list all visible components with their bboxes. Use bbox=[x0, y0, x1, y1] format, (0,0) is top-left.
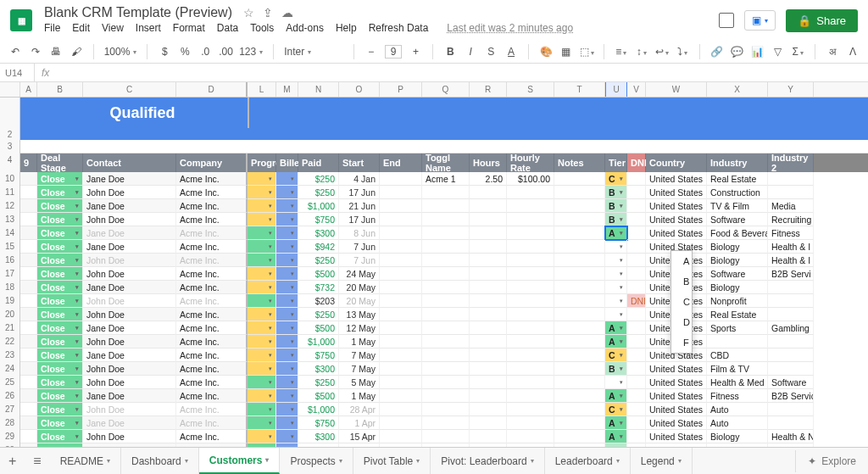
contact-cell[interactable]: John Doe bbox=[83, 294, 176, 308]
menu-refresh-data[interactable]: Refresh Data bbox=[369, 22, 429, 34]
progress-cell[interactable] bbox=[248, 308, 276, 321]
paid-cell[interactable]: $500 bbox=[298, 267, 339, 281]
paid-cell[interactable]: $500 bbox=[298, 321, 339, 335]
company-cell[interactable]: Acme Inc. bbox=[176, 186, 248, 199]
tier-cell[interactable]: A bbox=[605, 416, 627, 430]
functions-icon[interactable]: Σ bbox=[791, 46, 804, 58]
undo-icon[interactable]: ↶ bbox=[8, 46, 22, 58]
hours-cell[interactable] bbox=[470, 376, 507, 389]
industry2-cell[interactable]: Media bbox=[768, 199, 814, 213]
deal-stage-cell[interactable]: Close bbox=[37, 430, 83, 443]
toggl-cell[interactable] bbox=[422, 376, 470, 389]
rate-cell[interactable] bbox=[507, 226, 554, 240]
hours-cell[interactable] bbox=[470, 240, 507, 254]
progress-cell[interactable] bbox=[248, 349, 276, 362]
paid-cell[interactable]: $500 bbox=[298, 389, 339, 403]
industry-cell[interactable]: Biology bbox=[707, 430, 768, 443]
currency-icon[interactable]: $ bbox=[158, 46, 171, 58]
start-cell[interactable]: 5 May bbox=[339, 376, 380, 389]
progress-cell[interactable] bbox=[248, 294, 276, 308]
col-header-C[interactable]: C bbox=[83, 82, 176, 97]
deal-stage-cell[interactable]: Close bbox=[37, 389, 83, 403]
italic-icon[interactable]: I bbox=[464, 46, 477, 58]
chart-icon[interactable]: 📊 bbox=[751, 46, 765, 58]
menu-help[interactable]: Help bbox=[336, 22, 357, 34]
deal-stage-cell[interactable]: Close bbox=[37, 335, 83, 349]
industry-cell[interactable]: Auto bbox=[707, 416, 768, 430]
industry-cell[interactable]: Biology bbox=[707, 254, 768, 267]
percent-icon[interactable]: % bbox=[178, 46, 192, 58]
industry2-cell[interactable]: Health & I bbox=[768, 240, 814, 254]
col-header-B[interactable]: B bbox=[37, 82, 83, 97]
progress-cell[interactable] bbox=[248, 240, 276, 254]
toggl-cell[interactable] bbox=[422, 403, 470, 416]
billed-cell[interactable] bbox=[276, 416, 298, 430]
sheet-tab-readme[interactable]: README ▾ bbox=[50, 448, 121, 455]
menu-tools[interactable]: Tools bbox=[250, 22, 274, 34]
sheet-tab-prospects[interactable]: Prospects ▾ bbox=[280, 448, 353, 455]
tier-cell[interactable]: B bbox=[605, 186, 627, 199]
start-cell[interactable]: 20 May bbox=[339, 281, 380, 294]
company-cell[interactable]: Acme Inc. bbox=[176, 349, 248, 362]
tier-cell[interactable]: B bbox=[605, 362, 627, 376]
col-header-U[interactable]: U bbox=[605, 82, 627, 97]
hours-cell[interactable] bbox=[470, 281, 507, 294]
toggl-cell[interactable] bbox=[422, 362, 470, 376]
col-header-Q[interactable]: Q bbox=[422, 82, 470, 97]
rate-cell[interactable] bbox=[507, 362, 554, 376]
toggl-cell[interactable] bbox=[422, 281, 470, 294]
tier-dropdown-popup[interactable]: ABCDF bbox=[670, 250, 693, 354]
col-header-D[interactable]: D bbox=[176, 82, 248, 97]
start-cell[interactable]: 7 Jun bbox=[339, 254, 380, 267]
redo-icon[interactable]: ↷ bbox=[29, 46, 42, 58]
industry-cell[interactable]: Film & TV bbox=[707, 362, 768, 376]
industry2-cell[interactable] bbox=[768, 416, 814, 430]
industry2-cell[interactable]: B2B Servic bbox=[768, 389, 814, 403]
contact-cell[interactable]: Jane Doe bbox=[83, 240, 176, 254]
paid-cell[interactable]: $732 bbox=[298, 281, 339, 294]
company-cell[interactable]: Acme Inc. bbox=[176, 281, 248, 294]
borders-icon[interactable]: ▦ bbox=[559, 46, 573, 58]
progress-cell[interactable] bbox=[248, 213, 276, 226]
contact-cell[interactable]: John Doe bbox=[83, 308, 176, 321]
paid-cell[interactable]: $250 bbox=[298, 308, 339, 321]
industry2-cell[interactable]: Fitness bbox=[768, 226, 814, 240]
menu-view[interactable]: View bbox=[102, 22, 124, 34]
deal-stage-cell[interactable]: Close bbox=[37, 240, 83, 254]
industry2-cell[interactable]: Gambling bbox=[768, 321, 814, 335]
toggl-cell[interactable] bbox=[422, 416, 470, 430]
dropdown-option-B[interactable]: B bbox=[671, 271, 695, 292]
country-cell[interactable]: United States bbox=[646, 213, 707, 226]
billed-cell[interactable] bbox=[276, 172, 298, 186]
billed-cell[interactable] bbox=[276, 254, 298, 267]
industry-cell[interactable]: Sports bbox=[707, 321, 768, 335]
sheet-tab-legend[interactable]: Legend ▾ bbox=[631, 448, 693, 455]
company-cell[interactable]: Acme Inc. bbox=[176, 240, 248, 254]
hours-cell[interactable] bbox=[470, 213, 507, 226]
toggl-cell[interactable] bbox=[422, 267, 470, 281]
billed-cell[interactable] bbox=[276, 335, 298, 349]
name-box[interactable]: U14 bbox=[0, 68, 34, 78]
tier-cell[interactable] bbox=[605, 240, 627, 254]
billed-cell[interactable] bbox=[276, 403, 298, 416]
company-cell[interactable]: Acme Inc. bbox=[176, 403, 248, 416]
number-format-select[interactable]: 123 bbox=[239, 46, 263, 58]
rate-cell[interactable] bbox=[507, 281, 554, 294]
country-cell[interactable]: United States bbox=[646, 199, 707, 213]
industry-cell[interactable]: TV & Film bbox=[707, 199, 768, 213]
industry2-cell[interactable]: Recruiting bbox=[768, 213, 814, 226]
industry-cell[interactable]: Real Estate bbox=[707, 172, 768, 186]
hours-cell[interactable] bbox=[470, 416, 507, 430]
valign-icon[interactable]: ↕ bbox=[635, 46, 648, 58]
contact-cell[interactable]: John Doe bbox=[83, 213, 176, 226]
explore-button[interactable]: ✦ Explore bbox=[795, 450, 868, 456]
col-header-R[interactable]: R bbox=[470, 82, 507, 97]
contact-cell[interactable]: Jane Doe bbox=[83, 172, 176, 186]
hours-cell[interactable] bbox=[470, 321, 507, 335]
start-cell[interactable]: 1 Apr bbox=[339, 416, 380, 430]
paid-cell[interactable]: $300 bbox=[298, 430, 339, 443]
toggl-cell[interactable] bbox=[422, 213, 470, 226]
company-cell[interactable]: Acme Inc. bbox=[176, 213, 248, 226]
start-cell[interactable]: 28 Apr bbox=[339, 403, 380, 416]
start-cell[interactable]: 1 May bbox=[339, 389, 380, 403]
